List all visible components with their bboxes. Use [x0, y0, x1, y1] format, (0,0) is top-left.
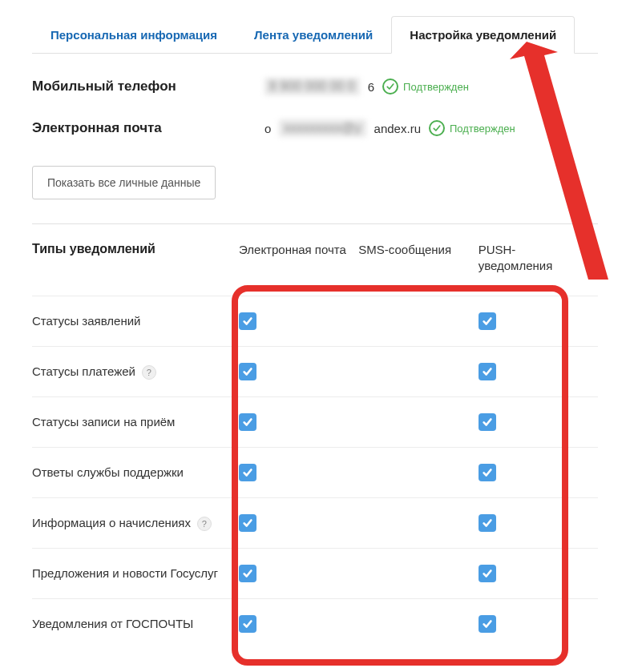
row-label: Статусы платежей?	[32, 364, 239, 380]
phone-row: Мобильный телефон 8 900 000 00 0 6 Подтв…	[32, 78, 598, 95]
row-label-text: Уведомления от ГОСПОЧТЫ	[32, 617, 193, 630]
table-row: Предложения и новости Госуслуг	[32, 548, 598, 598]
phone-value: 8 900 000 00 0 6 Подтвержден	[265, 78, 469, 95]
check-circle-icon	[382, 78, 398, 95]
checkbox-email[interactable]	[239, 615, 256, 633]
phone-label: Мобильный телефон	[32, 78, 265, 95]
checkbox-email[interactable]	[239, 464, 256, 481]
cell-email	[239, 565, 358, 582]
email-label: Электронная почта	[32, 120, 265, 136]
header-push: PUSH-уведомления ?	[479, 242, 598, 275]
verified-text: Подтвержден	[450, 123, 515, 135]
row-label: Статусы заявлений	[32, 314, 239, 328]
cell-push	[479, 615, 598, 633]
header-sms: SMS-сообщения	[358, 242, 478, 258]
row-label: Информация о начислениях?	[32, 515, 239, 531]
row-label-text: Ответы службы поддержки	[32, 465, 184, 479]
cell-push	[479, 312, 598, 330]
cell-push	[479, 464, 598, 481]
row-label-text: Информация о начислениях	[32, 516, 191, 529]
email-verified-badge: Подтвержден	[429, 120, 515, 136]
email-prefix: o	[265, 122, 271, 135]
table-header: Типы уведомлений Электронная почта SMS-с…	[32, 242, 598, 296]
checkbox-push[interactable]	[479, 464, 496, 481]
help-icon[interactable]: ?	[584, 243, 598, 258]
cell-email	[239, 363, 358, 380]
checkbox-push[interactable]	[479, 514, 496, 532]
checkbox-push[interactable]	[479, 312, 496, 330]
phone-masked: 8 900 000 00 0	[265, 78, 360, 95]
checkbox-email[interactable]	[239, 514, 256, 532]
row-label-text: Статусы записи на приём	[32, 415, 175, 429]
table-row: Статусы записи на приём	[32, 396, 598, 447]
email-row: Электронная почта o xxxxxxxxx@y andex.ru…	[32, 119, 598, 137]
help-icon[interactable]: ?	[142, 365, 156, 380]
cell-push	[479, 413, 598, 431]
table-row: Статусы платежей?	[32, 346, 598, 396]
cell-email	[239, 413, 358, 431]
header-email-text: Электронная почта	[239, 242, 346, 258]
row-label: Уведомления от ГОСПОЧТЫ	[32, 617, 239, 630]
row-label: Ответы службы поддержки	[32, 465, 239, 479]
phone-suffix: 6	[368, 80, 374, 94]
cell-push	[479, 565, 598, 582]
checkbox-push[interactable]	[479, 565, 496, 582]
divider	[32, 223, 598, 224]
checkbox-push[interactable]	[479, 363, 496, 380]
checkbox-email[interactable]	[239, 565, 256, 582]
cell-email	[239, 464, 358, 481]
checkbox-email[interactable]	[239, 312, 256, 330]
tab-notification-settings[interactable]: Настройка уведомлений	[391, 16, 575, 54]
row-label: Предложения и новости Госуслуг	[32, 566, 239, 580]
header-push-text: PUSH-уведомления	[479, 242, 579, 275]
verified-text: Подтвержден	[403, 81, 469, 93]
checkbox-push[interactable]	[479, 413, 496, 431]
header-sms-text: SMS-сообщения	[358, 242, 451, 258]
notification-table: Типы уведомлений Электронная почта SMS-с…	[32, 242, 598, 649]
help-icon[interactable]: ?	[197, 517, 212, 531]
table-row: Уведомления от ГОСПОЧТЫ	[32, 598, 598, 649]
row-label-text: Предложения и новости Госуслуг	[32, 566, 218, 580]
tabs-bar: Персональная информация Лента уведомлени…	[32, 0, 598, 54]
row-label-text: Статусы заявлений	[32, 314, 140, 328]
show-all-button[interactable]: Показать все личные данные	[32, 166, 216, 199]
phone-verified-badge: Подтвержден	[382, 78, 469, 95]
email-masked: xxxxxxxxx@y	[279, 119, 365, 137]
checkbox-push[interactable]	[479, 615, 496, 633]
check-circle-icon	[429, 120, 445, 136]
contact-section: Мобильный телефон 8 900 000 00 0 6 Подтв…	[0, 54, 630, 199]
table-row: Ответы службы поддержки	[32, 447, 598, 497]
cell-email	[239, 312, 358, 330]
header-email: Электронная почта	[239, 242, 358, 258]
cell-push	[479, 514, 598, 532]
email-suffix: andex.ru	[374, 122, 421, 135]
table-row: Статусы заявлений	[32, 296, 598, 346]
header-types: Типы уведомлений	[32, 242, 239, 256]
cell-email	[239, 514, 358, 532]
checkbox-email[interactable]	[239, 363, 256, 380]
tab-personal-info[interactable]: Персональная информация	[32, 16, 236, 53]
table-row: Информация о начислениях?	[32, 497, 598, 548]
row-label: Статусы записи на приём	[32, 415, 239, 429]
cell-push	[479, 363, 598, 380]
cell-email	[239, 615, 358, 633]
email-value: o xxxxxxxxx@y andex.ru Подтвержден	[265, 119, 515, 137]
tab-notification-feed[interactable]: Лента уведомлений	[236, 16, 391, 53]
checkbox-email[interactable]	[239, 413, 256, 431]
row-label-text: Статусы платежей	[32, 364, 135, 378]
